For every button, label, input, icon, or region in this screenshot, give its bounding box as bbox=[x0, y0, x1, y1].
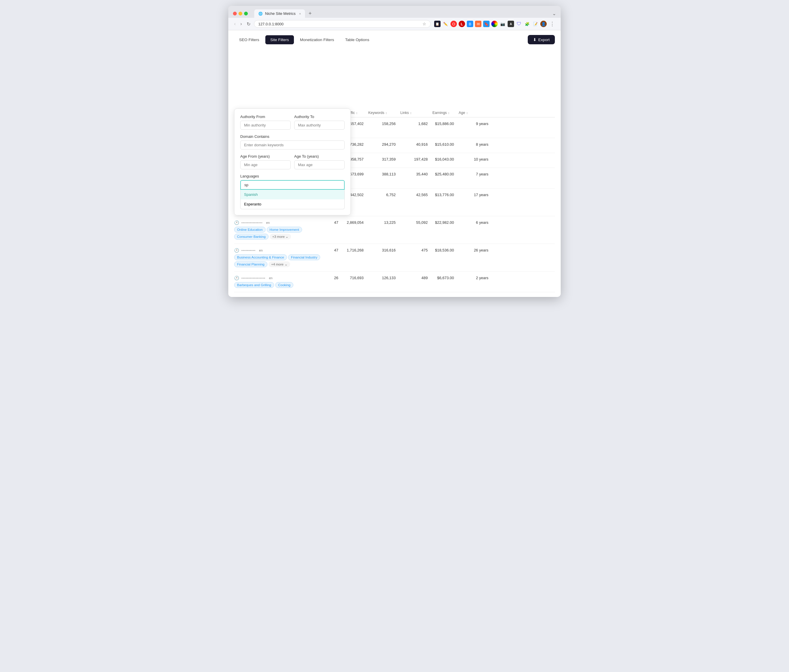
tab-site-filters[interactable]: Site Filters bbox=[265, 35, 294, 44]
age-from-input[interactable] bbox=[240, 160, 291, 169]
th-earnings[interactable]: Earnings ↕ bbox=[433, 111, 458, 115]
site-cell: 🕐 ••••••••••••••••• en Barbeques and Gri… bbox=[234, 275, 327, 288]
age-value: 8 years bbox=[458, 142, 491, 147]
th-age-label: Age bbox=[458, 111, 465, 115]
languages-label: Languages bbox=[240, 174, 345, 178]
forward-button[interactable]: › bbox=[239, 21, 243, 27]
age-value: 10 years bbox=[458, 157, 491, 161]
table-row: 🕐 ••••••••••••••••• en Barbeques and Gri… bbox=[234, 272, 555, 292]
age-from-label: Age From (years) bbox=[240, 154, 291, 159]
extension-icon-kbd[interactable]: A bbox=[508, 21, 514, 27]
user-avatar[interactable]: 👤 bbox=[540, 21, 547, 27]
authority-row: Authority From Authority To bbox=[240, 115, 345, 130]
back-button[interactable]: ‹ bbox=[233, 21, 237, 27]
language-option-spanish[interactable]: Spanish bbox=[241, 190, 344, 199]
tag[interactable]: Business Accounting & Finance bbox=[234, 255, 287, 260]
tab-monetization-filters[interactable]: Monetization Filters bbox=[295, 35, 339, 44]
tag[interactable]: Consumer Banking bbox=[234, 234, 268, 240]
languages-dropdown: Spanish Esperanto bbox=[240, 190, 345, 209]
tag[interactable]: Financial Planning bbox=[234, 261, 267, 267]
extension-icon-opera[interactable]: O bbox=[450, 21, 457, 27]
age-value: 6 years bbox=[458, 220, 491, 225]
age-value: 7 years bbox=[458, 172, 491, 176]
domain-contains-input[interactable] bbox=[240, 140, 345, 150]
bookmark-icon[interactable]: ☆ bbox=[423, 22, 426, 26]
age-value: 26 years bbox=[458, 248, 491, 252]
site-cell: 🕐 •••••••••• en Business Accounting & Fi… bbox=[234, 248, 327, 267]
da-value: 26 bbox=[327, 275, 345, 280]
extension-icon-1[interactable]: 📋 bbox=[434, 21, 441, 27]
minimize-button[interactable] bbox=[238, 12, 242, 16]
keywords-value: 388,113 bbox=[368, 172, 400, 176]
extension-icon-puzzle[interactable]: 🧩 bbox=[524, 21, 530, 27]
close-button[interactable] bbox=[233, 12, 237, 16]
table-row: 🕐 ••••••••••••••• en Online EducationHom… bbox=[234, 216, 555, 244]
site-domain-dots: ••••••••••••••••• bbox=[241, 276, 265, 280]
extension-icon-lastpass[interactable]: L bbox=[458, 21, 465, 27]
age-to-group: Age To (years) bbox=[294, 154, 345, 169]
age-to-input[interactable] bbox=[294, 160, 345, 169]
site-language-badge: en bbox=[258, 248, 264, 252]
site-language-badge: en bbox=[265, 221, 271, 225]
authority-to-input[interactable] bbox=[294, 121, 345, 130]
languages-input-wrap: Spanish Esperanto bbox=[240, 180, 345, 209]
maximize-button[interactable] bbox=[244, 12, 248, 16]
filter-dropdown-panel: Authority From Authority To Domain Conta… bbox=[234, 108, 351, 215]
tag-more-button[interactable]: +4 more ⌄ bbox=[268, 261, 290, 267]
earnings-value: $22,982.00 bbox=[433, 220, 458, 225]
extension-icon-blue[interactable]: B bbox=[467, 21, 473, 27]
address-input-wrap[interactable]: 127.0.0.1:8000 ☆ bbox=[254, 20, 431, 28]
tag[interactable]: Barbeques and Grilling bbox=[234, 282, 274, 288]
th-keywords[interactable]: Keywords ↕ bbox=[368, 111, 400, 115]
site-meta: 🕐 •••••••••• en bbox=[234, 248, 327, 253]
active-tab[interactable]: 🌐 Niche Site Metrics × bbox=[254, 10, 305, 18]
tags-row: Business Accounting & FinanceFinancial I… bbox=[234, 255, 327, 267]
earnings-value: $6,673.00 bbox=[433, 275, 458, 280]
new-tab-button[interactable]: + bbox=[306, 10, 314, 18]
chevron-down-icon: ⌄ bbox=[284, 262, 287, 266]
filter-tabs: SEO Filters Site Filters Monetization Fi… bbox=[234, 35, 555, 44]
authority-from-group: Authority From bbox=[240, 115, 291, 130]
tab-close-button[interactable]: × bbox=[299, 12, 301, 16]
sort-icon-age: ↕ bbox=[466, 111, 468, 115]
extension-icon-colorful[interactable] bbox=[491, 21, 498, 27]
filter-panel-container: Authority From Authority To Domain Conta… bbox=[234, 108, 555, 292]
links-value: 35,440 bbox=[400, 172, 433, 176]
tab-seo-filters[interactable]: SEO Filters bbox=[234, 35, 264, 44]
th-keywords-label: Keywords bbox=[368, 111, 384, 115]
table-row: 🕐 •••••••••• en Business Accounting & Fi… bbox=[234, 244, 555, 272]
authority-from-input[interactable] bbox=[240, 121, 291, 130]
extension-icon-note[interactable]: 📝 bbox=[532, 21, 538, 27]
earnings-value: $16,043.00 bbox=[433, 157, 458, 161]
th-links[interactable]: Links ↕ bbox=[400, 111, 433, 115]
extension-icon-photo[interactable]: 📷 bbox=[500, 21, 506, 27]
authority-from-label: Authority From bbox=[240, 115, 291, 119]
refresh-button[interactable]: ↻ bbox=[246, 21, 252, 27]
more-options-button[interactable]: ⋮ bbox=[548, 21, 556, 27]
tag[interactable]: Financial Industry bbox=[288, 255, 320, 260]
extension-icon-bookmark[interactable]: 🔖 bbox=[483, 21, 490, 27]
languages-input[interactable] bbox=[240, 180, 345, 190]
tag-more-button[interactable]: +3 more ⌄ bbox=[270, 234, 291, 240]
th-age[interactable]: Age ↕ bbox=[458, 111, 491, 115]
earnings-value: $15,610.00 bbox=[433, 142, 458, 147]
tag[interactable]: Home Improvement bbox=[267, 227, 302, 232]
links-value: 197,428 bbox=[400, 157, 433, 161]
age-value: 9 years bbox=[458, 121, 491, 126]
earnings-value: $25,480.00 bbox=[433, 172, 458, 176]
site-history-icon: 🕐 bbox=[234, 220, 239, 225]
tab-table-options[interactable]: Table Options bbox=[340, 35, 374, 44]
tag[interactable]: Cooking bbox=[275, 282, 293, 288]
extension-icon-mail[interactable]: ✉ bbox=[475, 21, 481, 27]
tags-row: Barbeques and GrillingCooking bbox=[234, 282, 327, 288]
extension-icon-2[interactable]: ✏️ bbox=[442, 21, 449, 27]
tab-favicon: 🌐 bbox=[258, 12, 263, 16]
age-value: 17 years bbox=[458, 193, 491, 197]
language-option-esperanto[interactable]: Esperanto bbox=[241, 199, 344, 209]
tag[interactable]: Online Education bbox=[234, 227, 266, 232]
export-button[interactable]: ⬇ Export bbox=[528, 35, 555, 44]
site-meta: 🕐 ••••••••••••••• en bbox=[234, 220, 327, 225]
age-to-label: Age To (years) bbox=[294, 154, 345, 159]
age-value: 2 years bbox=[458, 275, 491, 280]
extension-icon-shield[interactable]: 🛡 bbox=[516, 21, 522, 27]
